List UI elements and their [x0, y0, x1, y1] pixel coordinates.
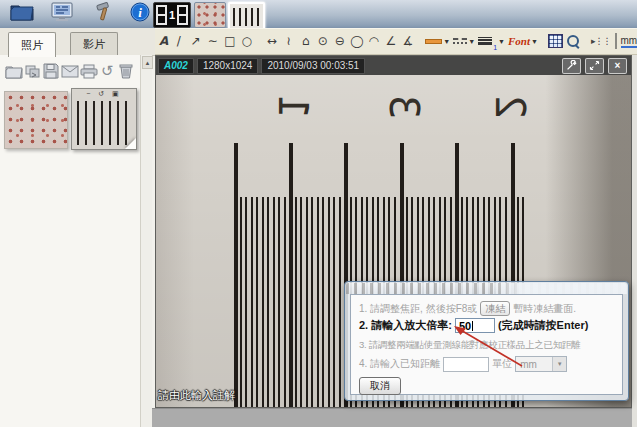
about-button[interactable]: i: [126, 3, 154, 25]
arrow-tool[interactable]: ↗: [187, 31, 204, 51]
font-picker[interactable]: Font▼: [507, 31, 539, 51]
delete-icon[interactable]: [117, 62, 135, 80]
restore-icon[interactable]: ↺: [98, 62, 116, 80]
hammer-icon: [93, 2, 115, 26]
top-toolbar: i 1: [0, 0, 637, 29]
thumbnail-ruler-photo-selected[interactable]: − ↺ ▣: [71, 88, 137, 150]
measure-polyline-tool[interactable]: ≀: [280, 31, 297, 51]
measure-circle-3point-tool[interactable]: ◯: [348, 31, 365, 51]
line-color-picker[interactable]: ▼: [424, 31, 451, 51]
measure-angle-tool[interactable]: ∠: [382, 31, 399, 51]
ruler-tick: [333, 197, 335, 407]
unit-field-label: 單位: [492, 357, 512, 371]
tab-photos[interactable]: 照片: [8, 32, 56, 57]
text-tool[interactable]: A: [159, 31, 168, 51]
dash-style-icon: [453, 38, 467, 44]
ruler-tick: [251, 197, 253, 407]
open-icon[interactable]: [5, 62, 23, 80]
thumbnail-bars: [77, 101, 131, 145]
ruler-tick: [240, 197, 242, 407]
measure-arc-tool[interactable]: ◠: [365, 31, 382, 51]
measure-circle-center-tool[interactable]: ⊙: [314, 31, 331, 51]
viewer-close-button[interactable]: ×: [608, 58, 627, 74]
measure-circle-diameter-tool[interactable]: ⊖: [331, 31, 348, 51]
annotation-toolbar: A /↗∼□○ ↔≀⌂⊙⊖◯◠∠∡ ▼ ▼ 1 ▼ Font▼ ▸⋮⋮: [155, 28, 637, 55]
line-thickness-picker[interactable]: 1 ▼: [477, 31, 506, 51]
list-icon: ▸⋮⋮: [591, 36, 611, 46]
photo-sidebar: ↺ − ↺ ▣ ▲: [0, 55, 152, 427]
tab-videos[interactable]: 影片: [70, 32, 118, 55]
ruler-tick: [322, 197, 324, 407]
dialog-step4: 4. 請輸入已知距離 單位 mm ▼: [359, 356, 618, 372]
display-settings-button[interactable]: [48, 3, 76, 25]
font-button-label: Font: [508, 35, 530, 47]
curve-tool[interactable]: ∼: [204, 31, 221, 51]
resolution-badge: 1280x1024: [197, 58, 259, 74]
calibration-dialog: 1. 請調整焦距, 然後按F8或 凍結 暫時凍結畫面. 2. 請輸入放大倍率: …: [344, 281, 629, 401]
unit-dropdown-value: mm: [520, 359, 537, 370]
dialog-step3: 3. 請調整兩端點使量測線能對應校正樣品上之已知距離: [359, 339, 618, 352]
timestamp-badge: 2010/09/03 00:03:51: [261, 58, 365, 74]
ruler-tick: [306, 197, 308, 407]
tab-row: 照片 影片: [0, 28, 155, 56]
table-icon: [548, 34, 563, 48]
folder-icon: [10, 3, 34, 25]
live-view-button[interactable]: 1: [153, 2, 191, 28]
annotation-hint[interactable]: 請由此輸入註解: [158, 388, 235, 403]
image-id-badge: A002: [158, 58, 194, 74]
tab-videos-label: 影片: [83, 37, 105, 52]
measurement-table-button[interactable]: [547, 31, 564, 51]
open-file-button[interactable]: [8, 3, 36, 25]
rectangle-tool[interactable]: □: [221, 31, 238, 51]
measure-angle4-tool[interactable]: ∡: [399, 31, 416, 51]
ellipse-tool[interactable]: ○: [238, 31, 255, 51]
display-icon: [50, 2, 74, 26]
close-icon: ×: [615, 61, 621, 71]
info-icon: i: [130, 2, 150, 26]
measurement-list-button[interactable]: ▸⋮⋮: [590, 31, 612, 51]
tab-photos-label: 照片: [21, 38, 43, 53]
viewer-window-buttons: ×: [562, 58, 627, 74]
thickness-icon: [478, 36, 492, 46]
ruler-tick: [295, 197, 297, 407]
thumbnail-sample-photo[interactable]: [4, 91, 68, 149]
cancel-button[interactable]: 取消: [359, 377, 401, 395]
magnification-input[interactable]: 50: [455, 318, 495, 333]
sidebar-scrollbar[interactable]: ▲: [140, 55, 152, 427]
magnification-toolbar-input[interactable]: [615, 33, 617, 49]
measure-polygon-tool[interactable]: ⌂: [297, 31, 314, 51]
ruler-tick: [256, 197, 258, 407]
expand-icon: [589, 60, 600, 73]
ruler-tick: [245, 197, 247, 407]
print-icon[interactable]: [80, 62, 98, 80]
viewer-info-bar: A002 1280x1024 2010/09/03 00:03:51 ×: [156, 56, 631, 75]
chevron-down-icon: ▼: [552, 357, 566, 371]
freeze-button[interactable]: 凍結: [480, 301, 510, 316]
line-tool[interactable]: /: [170, 31, 187, 51]
live-view-label: 1: [169, 9, 175, 21]
step3-text: 3. 請調整兩端點使量測線能對應校正樣品上之已知距離: [359, 339, 580, 352]
ruler-tick: [311, 197, 313, 407]
draw-tools: /↗∼□○: [170, 31, 255, 51]
ruler-photo-view-button[interactable]: [228, 2, 265, 30]
viewer-tools-button[interactable]: [562, 58, 581, 74]
sample-photo-view-button[interactable]: [194, 2, 226, 28]
right-margin: [632, 55, 637, 427]
email-icon[interactable]: [61, 62, 79, 80]
unit-dropdown[interactable]: mm ▼: [515, 356, 567, 372]
viewer-fullscreen-button[interactable]: [585, 58, 604, 74]
ruler-tick: [328, 197, 330, 407]
unit-picker[interactable]: mm▼: [620, 31, 637, 51]
text-caret: [472, 321, 473, 331]
known-distance-input[interactable]: [443, 357, 489, 372]
transfer-icon[interactable]: [24, 62, 42, 80]
step2-hint: (完成時請按Enter): [498, 318, 588, 333]
ruler-tick: [234, 143, 238, 407]
scroll-up-button[interactable]: ▲: [142, 56, 153, 69]
ruler-digit: 2: [488, 85, 532, 129]
tools-button[interactable]: [90, 3, 118, 25]
save-icon[interactable]: [42, 62, 60, 80]
line-style-picker[interactable]: ▼: [452, 31, 476, 51]
magnifier-button[interactable]: [565, 31, 582, 51]
measure-line-tool[interactable]: ↔: [263, 31, 280, 51]
